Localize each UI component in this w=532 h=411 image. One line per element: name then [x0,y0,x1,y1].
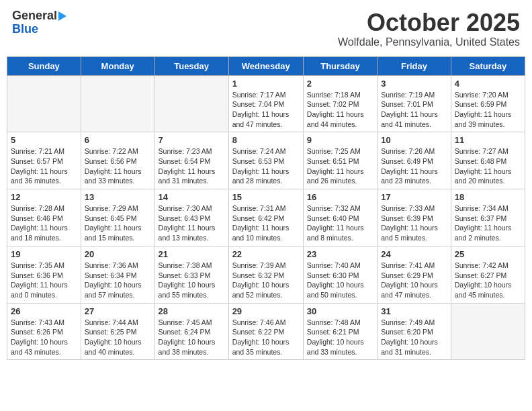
calendar-cell: 2Sunrise: 7:18 AM Sunset: 7:02 PM Daylig… [303,75,377,132]
day-number: 28 [159,306,225,316]
col-header-thursday: Thursday [303,56,377,75]
day-info: Sunrise: 7:29 AM Sunset: 6:45 PM Dayligh… [85,203,151,243]
day-number: 1 [232,79,300,89]
col-header-sunday: Sunday [7,56,81,75]
calendar-cell: 28Sunrise: 7:45 AM Sunset: 6:24 PM Dayli… [154,303,228,360]
day-info: Sunrise: 7:40 AM Sunset: 6:30 PM Dayligh… [307,261,373,300]
calendar-cell: 30Sunrise: 7:48 AM Sunset: 6:21 PM Dayli… [303,303,377,360]
logo-general: General [12,9,57,23]
day-info: Sunrise: 7:49 AM Sunset: 6:20 PM Dayligh… [381,318,447,357]
calendar-cell: 5Sunrise: 7:21 AM Sunset: 6:57 PM Daylig… [7,132,81,189]
calendar-cell: 15Sunrise: 7:31 AM Sunset: 6:42 PM Dayli… [228,189,303,246]
col-header-saturday: Saturday [451,56,525,75]
col-header-monday: Monday [81,56,154,75]
day-number: 30 [307,306,373,316]
day-info: Sunrise: 7:20 AM Sunset: 6:59 PM Dayligh… [455,90,521,130]
day-number: 24 [381,249,447,259]
calendar-cell: 18Sunrise: 7:34 AM Sunset: 6:37 PM Dayli… [451,189,525,246]
col-header-tuesday: Tuesday [154,56,228,75]
day-number: 7 [159,135,225,145]
day-info: Sunrise: 7:31 AM Sunset: 6:42 PM Dayligh… [232,203,300,243]
day-info: Sunrise: 7:34 AM Sunset: 6:37 PM Dayligh… [455,203,521,243]
day-info: Sunrise: 7:41 AM Sunset: 6:29 PM Dayligh… [381,261,447,300]
day-info: Sunrise: 7:33 AM Sunset: 6:39 PM Dayligh… [381,203,447,243]
calendar-cell: 24Sunrise: 7:41 AM Sunset: 6:29 PM Dayli… [378,246,451,303]
calendar-cell: 8Sunrise: 7:24 AM Sunset: 6:53 PM Daylig… [228,132,303,189]
day-number: 6 [85,135,151,145]
day-info: Sunrise: 7:46 AM Sunset: 6:22 PM Dayligh… [232,318,300,357]
calendar-week-5: 26Sunrise: 7:43 AM Sunset: 6:26 PM Dayli… [7,303,525,360]
day-info: Sunrise: 7:43 AM Sunset: 6:26 PM Dayligh… [11,318,77,357]
page-header: General Blue October 2025 Wolfdale, Penn… [7,7,525,51]
day-info: Sunrise: 7:30 AM Sunset: 6:43 PM Dayligh… [159,203,225,243]
day-number: 25 [455,249,521,259]
calendar-week-4: 19Sunrise: 7:35 AM Sunset: 6:36 PM Dayli… [7,246,525,303]
month-title: October 2025 [338,9,520,36]
day-number: 17 [381,192,447,202]
day-info: Sunrise: 7:32 AM Sunset: 6:40 PM Dayligh… [307,203,373,243]
day-number: 8 [232,135,300,145]
col-header-wednesday: Wednesday [228,56,303,75]
day-number: 14 [159,192,225,202]
day-info: Sunrise: 7:26 AM Sunset: 6:49 PM Dayligh… [381,146,447,186]
calendar-week-2: 5Sunrise: 7:21 AM Sunset: 6:57 PM Daylig… [7,132,525,189]
day-info: Sunrise: 7:42 AM Sunset: 6:27 PM Dayligh… [455,261,521,300]
calendar-cell: 4Sunrise: 7:20 AM Sunset: 6:59 PM Daylig… [451,75,525,132]
day-info: Sunrise: 7:27 AM Sunset: 6:48 PM Dayligh… [455,146,521,186]
title-block: October 2025 Wolfdale, Pennsylvania, Uni… [338,9,520,48]
day-number: 2 [307,79,373,89]
calendar-cell: 17Sunrise: 7:33 AM Sunset: 6:39 PM Dayli… [378,189,451,246]
calendar-cell: 26Sunrise: 7:43 AM Sunset: 6:26 PM Dayli… [7,303,81,360]
day-info: Sunrise: 7:22 AM Sunset: 6:56 PM Dayligh… [85,146,151,186]
day-info: Sunrise: 7:45 AM Sunset: 6:24 PM Dayligh… [159,318,225,357]
day-info: Sunrise: 7:44 AM Sunset: 6:25 PM Dayligh… [85,318,151,357]
calendar-cell [451,303,525,360]
day-info: Sunrise: 7:48 AM Sunset: 6:21 PM Dayligh… [307,318,373,357]
day-number: 4 [455,79,521,89]
calendar-cell: 16Sunrise: 7:32 AM Sunset: 6:40 PM Dayli… [303,189,377,246]
calendar-week-3: 12Sunrise: 7:28 AM Sunset: 6:46 PM Dayli… [7,189,525,246]
calendar-cell: 22Sunrise: 7:39 AM Sunset: 6:32 PM Dayli… [228,246,303,303]
day-number: 12 [11,192,77,202]
calendar-cell: 27Sunrise: 7:44 AM Sunset: 6:25 PM Dayli… [81,303,154,360]
location: Wolfdale, Pennsylvania, United States [338,36,520,48]
calendar-cell: 14Sunrise: 7:30 AM Sunset: 6:43 PM Dayli… [154,189,228,246]
day-info: Sunrise: 7:23 AM Sunset: 6:54 PM Dayligh… [159,146,225,186]
calendar-cell: 9Sunrise: 7:25 AM Sunset: 6:51 PM Daylig… [303,132,377,189]
calendar-cell [81,75,154,132]
calendar-cell: 12Sunrise: 7:28 AM Sunset: 6:46 PM Dayli… [7,189,81,246]
calendar-cell: 13Sunrise: 7:29 AM Sunset: 6:45 PM Dayli… [81,189,154,246]
day-number: 15 [232,192,300,202]
day-info: Sunrise: 7:17 AM Sunset: 7:04 PM Dayligh… [232,90,300,130]
col-header-friday: Friday [378,56,451,75]
day-number: 26 [11,306,77,316]
day-number: 29 [232,306,300,316]
day-info: Sunrise: 7:38 AM Sunset: 6:33 PM Dayligh… [159,261,225,300]
day-number: 16 [307,192,373,202]
calendar-cell: 19Sunrise: 7:35 AM Sunset: 6:36 PM Dayli… [7,246,81,303]
day-info: Sunrise: 7:25 AM Sunset: 6:51 PM Dayligh… [307,146,373,186]
day-number: 13 [85,192,151,202]
day-number: 19 [11,249,77,259]
day-number: 31 [381,306,447,316]
logo-arrow-icon [58,11,66,21]
day-info: Sunrise: 7:19 AM Sunset: 7:01 PM Dayligh… [381,90,447,130]
calendar-header-row: SundayMondayTuesdayWednesdayThursdayFrid… [7,56,525,75]
day-info: Sunrise: 7:35 AM Sunset: 6:36 PM Dayligh… [11,261,77,300]
logo-blue: Blue [12,23,38,36]
calendar-cell: 25Sunrise: 7:42 AM Sunset: 6:27 PM Dayli… [451,246,525,303]
calendar-week-1: 1Sunrise: 7:17 AM Sunset: 7:04 PM Daylig… [7,75,525,132]
day-number: 22 [232,249,300,259]
calendar-cell [154,75,228,132]
day-number: 9 [307,135,373,145]
calendar-cell: 10Sunrise: 7:26 AM Sunset: 6:49 PM Dayli… [378,132,451,189]
calendar-cell: 31Sunrise: 7:49 AM Sunset: 6:20 PM Dayli… [378,303,451,360]
day-number: 23 [307,249,373,259]
calendar-table: SundayMondayTuesdayWednesdayThursdayFrid… [7,56,525,361]
day-number: 3 [381,79,447,89]
calendar-cell: 20Sunrise: 7:36 AM Sunset: 6:34 PM Dayli… [81,246,154,303]
day-info: Sunrise: 7:24 AM Sunset: 6:53 PM Dayligh… [232,146,300,186]
day-number: 5 [11,135,77,145]
calendar-cell [7,75,81,132]
calendar-cell: 7Sunrise: 7:23 AM Sunset: 6:54 PM Daylig… [154,132,228,189]
